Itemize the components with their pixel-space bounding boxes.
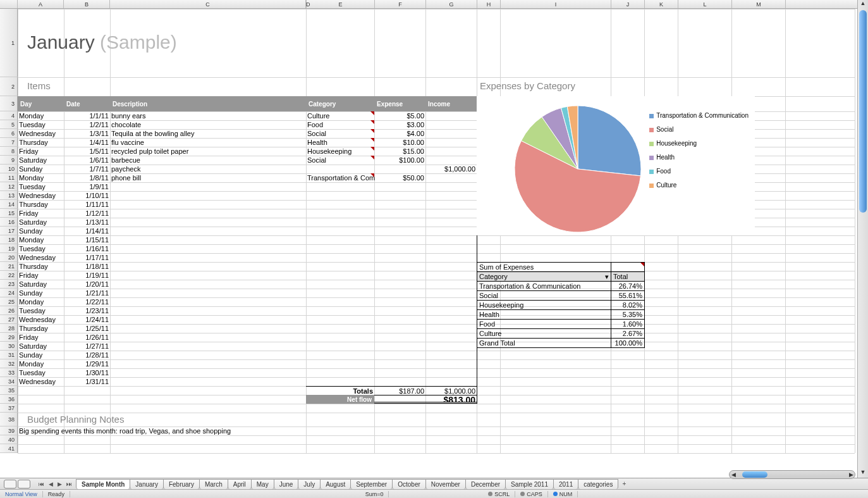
cell-inc-34[interactable] xyxy=(425,377,477,386)
column-headers[interactable]: ABCDEFGHIJKLM xyxy=(0,0,868,9)
cell-cat-33[interactable] xyxy=(306,368,374,377)
row-header-1[interactable]: 1 xyxy=(0,9,18,77)
cell-exp-21[interactable] xyxy=(374,262,425,271)
cell-day-30[interactable]: Saturday xyxy=(18,342,64,351)
row-header-11[interactable]: 11 xyxy=(0,173,18,182)
cell-date-9[interactable]: 1/6/11 xyxy=(64,156,110,165)
cell-date-8[interactable]: 1/5/11 xyxy=(64,147,110,156)
cell-inc-30[interactable] xyxy=(425,342,477,351)
col-header-A[interactable]: A xyxy=(18,0,64,8)
header-category[interactable]: Category xyxy=(306,96,374,111)
cell-desc-13[interactable] xyxy=(110,191,306,200)
cell-date-17[interactable]: 1/14/11 xyxy=(64,227,110,235)
row-header-5[interactable]: 5 xyxy=(0,120,18,129)
cell-exp-17[interactable] xyxy=(374,227,425,235)
row-header-39[interactable]: 39 xyxy=(0,426,18,435)
cell-desc-28[interactable] xyxy=(110,324,306,333)
cell-exp-16[interactable] xyxy=(374,218,425,227)
tab-prev-icon[interactable]: ◀ xyxy=(47,480,55,488)
cell-date-20[interactable]: 1/17/11 xyxy=(64,253,110,262)
sheet-tab-october[interactable]: October xyxy=(392,479,426,489)
cell-desc-9[interactable]: barbecue xyxy=(110,156,306,165)
sheet-tab-sample-2011[interactable]: Sample 2011 xyxy=(505,479,554,489)
cell-day-5[interactable]: Tuesday xyxy=(18,120,64,129)
cell-desc-12[interactable] xyxy=(110,182,306,191)
header-income[interactable]: Income xyxy=(425,96,477,111)
cell-date-29[interactable]: 1/26/11 xyxy=(64,333,110,342)
cell-exp-18[interactable] xyxy=(374,235,425,244)
col-header-E[interactable]: E xyxy=(307,0,375,8)
cell-date-23[interactable]: 1/20/11 xyxy=(64,280,110,289)
cell-date-26[interactable]: 1/23/11 xyxy=(64,306,110,315)
cell-day-10[interactable]: Sunday xyxy=(18,165,64,173)
col-header-J[interactable]: J xyxy=(611,0,645,8)
cell-day-13[interactable]: Wednesday xyxy=(18,191,64,200)
cell-date-30[interactable]: 1/27/11 xyxy=(64,342,110,351)
row-header-31[interactable]: 31 xyxy=(0,351,18,359)
cell-day-21[interactable]: Thursday xyxy=(18,262,64,271)
tab-first-icon[interactable]: ⏮ xyxy=(37,480,46,488)
horizontal-scrollbar[interactable]: ◀ ▶ xyxy=(729,470,855,479)
cell-date-32[interactable]: 1/29/11 xyxy=(64,359,110,368)
cell-cat-20[interactable] xyxy=(306,253,374,262)
col-header-I[interactable]: I xyxy=(501,0,611,8)
cell-day-16[interactable]: Saturday xyxy=(18,218,64,227)
cell-cat-30[interactable] xyxy=(306,342,374,351)
row-header-33[interactable]: 33 xyxy=(0,368,18,377)
cell-exp-20[interactable] xyxy=(374,253,425,262)
row-header-22[interactable]: 22 xyxy=(0,271,18,280)
cell-cat-13[interactable] xyxy=(306,191,374,200)
sheet-tab-february[interactable]: February xyxy=(163,479,200,489)
cell-cat-10[interactable] xyxy=(306,165,374,173)
col-header-M[interactable]: M xyxy=(732,0,786,8)
cell-day-22[interactable]: Friday xyxy=(18,271,64,280)
cell-inc-4[interactable] xyxy=(425,111,477,120)
scroll-down-arrow[interactable]: ▼ xyxy=(858,469,868,478)
cell-day-11[interactable]: Monday xyxy=(18,173,64,182)
header-expense[interactable]: Expense xyxy=(374,96,425,111)
row-header-9[interactable]: 9 xyxy=(0,156,18,165)
cell-date-5[interactable]: 1/2/11 xyxy=(64,120,110,129)
sheet-tab-may[interactable]: May xyxy=(251,479,274,489)
cell-desc-18[interactable] xyxy=(110,235,306,244)
cell-inc-12[interactable] xyxy=(425,182,477,191)
cell-day-7[interactable]: Thursday xyxy=(18,138,64,147)
cell-exp-29[interactable] xyxy=(374,333,425,342)
cell-desc-30[interactable] xyxy=(110,342,306,351)
cell-day-8[interactable]: Friday xyxy=(18,147,64,156)
sheet-tab-april[interactable]: April xyxy=(228,479,252,489)
cell-cat-26[interactable] xyxy=(306,306,374,315)
cell-cat-29[interactable] xyxy=(306,333,374,342)
scroll-up-arrow[interactable]: ▲ xyxy=(858,0,868,9)
row-header-40[interactable]: 40 xyxy=(0,435,18,444)
cell-desc-17[interactable] xyxy=(110,227,306,235)
cell-date-33[interactable]: 1/30/11 xyxy=(64,368,110,377)
cell-day-15[interactable]: Friday xyxy=(18,209,64,218)
tab-last-icon[interactable]: ⏭ xyxy=(64,480,74,488)
select-all-corner[interactable] xyxy=(0,0,18,8)
cell-date-12[interactable]: 1/9/11 xyxy=(64,182,110,191)
sheet-tab-january[interactable]: January xyxy=(130,479,164,489)
tab-next-icon[interactable]: ▶ xyxy=(56,480,64,488)
cell-inc-28[interactable] xyxy=(425,324,477,333)
cell-inc-22[interactable] xyxy=(425,271,477,280)
row-header-26[interactable]: 26 xyxy=(0,306,18,315)
cell-day-18[interactable]: Monday xyxy=(18,235,64,244)
header-date[interactable]: Date xyxy=(64,96,110,111)
sheet-tab-november[interactable]: November xyxy=(425,479,466,489)
cell-desc-6[interactable]: Tequila at the bowling alley xyxy=(110,129,306,138)
row-header-17[interactable]: 17 xyxy=(0,227,18,235)
normal-view-icon[interactable] xyxy=(4,480,16,489)
cell-exp-14[interactable] xyxy=(374,200,425,209)
col-header-B[interactable]: B xyxy=(64,0,110,8)
cell-exp-34[interactable] xyxy=(374,377,425,386)
row-header-10[interactable]: 10 xyxy=(0,165,18,173)
cell-day-31[interactable]: Sunday xyxy=(18,351,64,359)
cell-date-16[interactable]: 1/13/11 xyxy=(64,218,110,227)
cell-day-28[interactable]: Thursday xyxy=(18,324,64,333)
cell-cat-32[interactable] xyxy=(306,359,374,368)
col-header-C[interactable]: C xyxy=(110,0,306,8)
cell-date-15[interactable]: 1/12/11 xyxy=(64,209,110,218)
cell-inc-25[interactable] xyxy=(425,297,477,306)
row-header-35[interactable]: 35 xyxy=(0,386,18,395)
